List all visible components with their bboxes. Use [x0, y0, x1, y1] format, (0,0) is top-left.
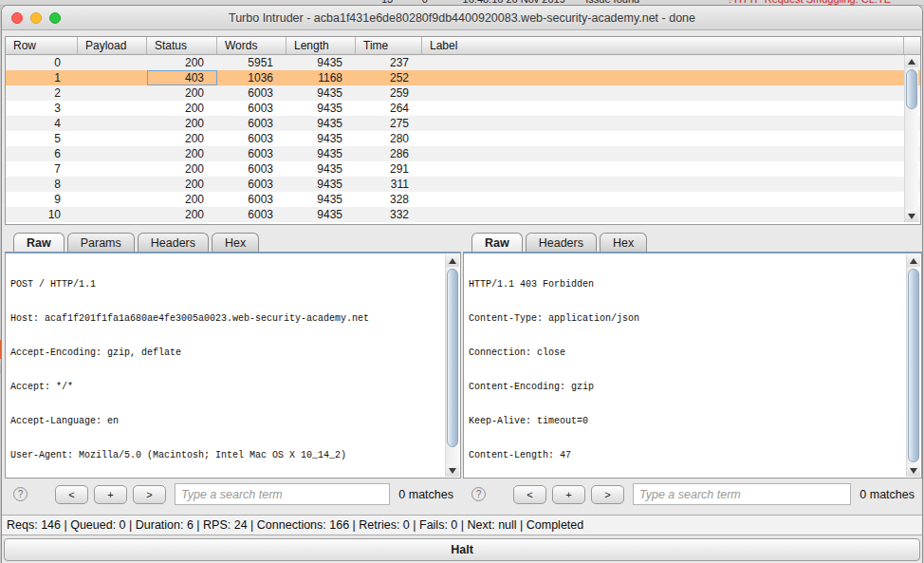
table-cell-focused[interactable]: 403 [147, 70, 217, 85]
table-cell[interactable]: 6003 [217, 131, 286, 146]
table-cell[interactable]: 1036 [217, 70, 286, 85]
table-cell[interactable]: 291 [356, 161, 422, 177]
table-cell[interactable]: 6003 [217, 177, 286, 192]
column-header-words[interactable]: Words [217, 37, 286, 54]
table-cell[interactable] [78, 85, 147, 101]
table-cell[interactable]: 259 [356, 85, 422, 101]
table-cell[interactable]: 252 [356, 70, 422, 85]
table-cell[interactable]: 200 [147, 146, 217, 161]
table-cell[interactable]: 9435 [286, 161, 356, 177]
search-next-button[interactable]: > [591, 485, 624, 504]
halt-button[interactable]: Halt [4, 538, 920, 561]
table-row[interactable]: 8 200 6003 9435 311 [6, 177, 920, 192]
table-cell[interactable] [422, 207, 491, 222]
table-cell[interactable] [78, 55, 147, 70]
table-cell[interactable] [422, 101, 491, 116]
table-cell[interactable] [422, 85, 491, 101]
table-cell[interactable]: 9435 [286, 55, 356, 70]
column-header-length[interactable]: Length [286, 37, 356, 54]
table-cell[interactable]: 286 [356, 146, 422, 161]
table-cell[interactable]: 200 [147, 192, 217, 207]
table-cell[interactable]: 2 [6, 85, 78, 101]
table-cell[interactable]: 9435 [286, 131, 356, 146]
scrollbar-track[interactable] [446, 267, 459, 464]
table-cell[interactable]: 5951 [217, 55, 286, 70]
table-row[interactable]: 5 200 6003 9435 280 [6, 131, 920, 146]
table-cell[interactable] [422, 192, 491, 207]
search-add-button[interactable]: + [94, 485, 127, 504]
table-cell[interactable]: 5 [6, 131, 78, 146]
titlebar[interactable]: Turbo Intruder - acba1f431e6de80280f9db4… [2, 6, 922, 30]
table-cell[interactable]: 200 [147, 116, 217, 131]
table-cell[interactable]: 311 [356, 177, 422, 192]
table-cell[interactable]: 9435 [286, 192, 356, 207]
table-row-selected[interactable]: 1 403 1036 1168 252 [6, 70, 920, 85]
tab-headers[interactable]: Headers [526, 233, 597, 252]
table-cell[interactable] [78, 131, 147, 146]
table-cell[interactable] [422, 116, 491, 131]
table-cell[interactable] [422, 146, 491, 161]
search-next-button[interactable]: > [133, 485, 166, 504]
scrollbar-track[interactable] [907, 267, 920, 464]
search-input[interactable] [633, 483, 851, 505]
table-cell[interactable]: 200 [147, 207, 217, 222]
table-cell[interactable]: 6003 [217, 101, 286, 116]
table-cell[interactable]: 7 [6, 161, 78, 177]
column-header-time[interactable]: Time [356, 37, 422, 54]
table-cell[interactable]: 328 [356, 192, 422, 207]
search-prev-button[interactable]: < [55, 485, 88, 504]
table-cell[interactable]: 332 [356, 207, 422, 222]
table-row[interactable]: 3 200 6003 9435 264 [6, 101, 920, 116]
tab-hex[interactable]: Hex [212, 233, 259, 252]
column-header-label[interactable]: Label [422, 37, 491, 54]
table-cell[interactable]: 237 [356, 55, 422, 70]
tab-hex[interactable]: Hex [600, 233, 647, 252]
table-cell[interactable]: 6003 [217, 192, 286, 207]
table-cell[interactable] [78, 161, 147, 177]
table-scrollbar[interactable] [904, 55, 918, 222]
table-cell[interactable]: 6003 [217, 207, 286, 222]
scroll-up-button[interactable] [905, 55, 918, 67]
request-text[interactable]: POST / HTTP/1.1 Host: acaf1f201f1fa1a680… [6, 253, 460, 479]
tab-headers[interactable]: Headers [138, 233, 209, 252]
tab-raw[interactable]: Raw [13, 233, 65, 252]
request-scrollbar[interactable] [445, 254, 459, 477]
scroll-down-button[interactable] [907, 464, 920, 477]
table-cell[interactable] [78, 192, 147, 207]
table-cell[interactable] [78, 207, 147, 222]
help-icon[interactable]: ? [13, 487, 28, 501]
table-row[interactable]: 7 200 6003 9435 291 [6, 161, 920, 177]
table-cell[interactable] [78, 177, 147, 192]
table-cell[interactable] [422, 55, 491, 70]
search-add-button[interactable]: + [552, 485, 585, 504]
table-cell[interactable]: 6003 [217, 116, 286, 131]
table-row[interactable]: 6 200 6003 9435 286 [6, 146, 920, 161]
table-cell[interactable]: 6003 [217, 161, 286, 177]
table-row[interactable]: 0 200 5951 9435 237 [6, 55, 920, 70]
help-icon[interactable]: ? [471, 487, 486, 501]
column-header-row[interactable]: Row [6, 37, 78, 54]
table-cell[interactable]: 200 [147, 177, 217, 192]
table-cell[interactable]: 6 [6, 146, 78, 161]
scroll-down-button[interactable] [446, 464, 459, 477]
table-cell[interactable]: 9435 [286, 207, 356, 222]
table-cell[interactable] [422, 177, 491, 192]
search-input[interactable] [175, 483, 390, 505]
table-cell[interactable]: 9 [6, 192, 78, 207]
table-row[interactable]: 2 200 6003 9435 259 [6, 85, 920, 101]
table-row[interactable]: 4 200 6003 9435 275 [6, 116, 920, 131]
column-header-status[interactable]: Status [147, 37, 217, 54]
table-cell[interactable]: 10 [6, 207, 78, 222]
table-row[interactable]: 9 200 6003 9435 328 [6, 192, 920, 207]
tab-params[interactable]: Params [67, 233, 135, 252]
table-cell[interactable]: 1168 [286, 70, 356, 85]
table-cell[interactable] [422, 131, 491, 146]
response-viewer[interactable]: HTTP/1.1 403 Forbidden Content-Type: app… [463, 253, 922, 479]
table-cell[interactable]: 280 [356, 131, 422, 146]
scrollbar-thumb[interactable] [906, 69, 917, 109]
table-cell[interactable]: 0 [6, 55, 78, 70]
table-cell[interactable]: 200 [147, 85, 217, 101]
table-cell[interactable]: 3 [6, 101, 78, 116]
table-cell[interactable]: 200 [147, 55, 217, 70]
table-cell[interactable]: 9435 [286, 116, 356, 131]
